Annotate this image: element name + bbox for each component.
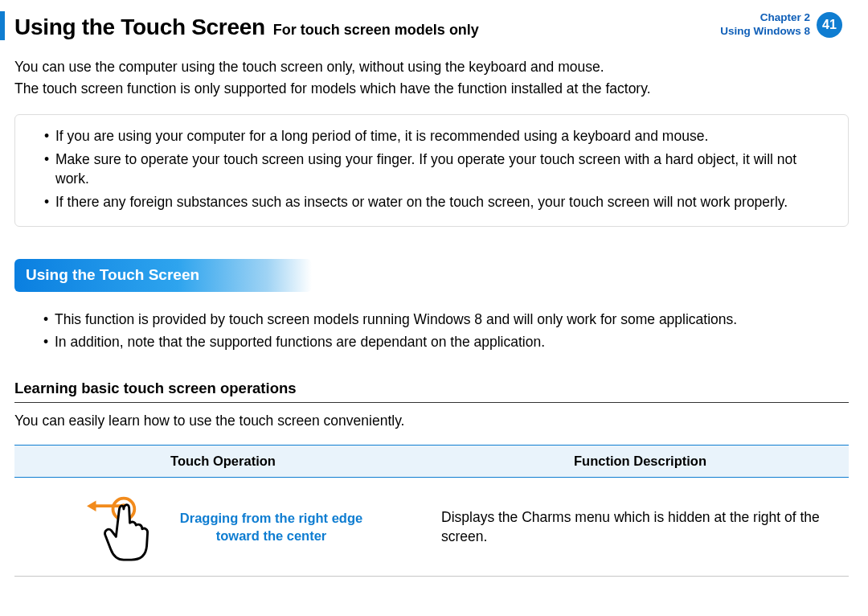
section-bullet: In addition, note that the supported fun… [43,332,849,352]
svg-marker-1 [87,501,96,511]
chapter-title: Using Windows 8 [720,25,810,39]
table-header-description: Function Description [432,446,849,478]
intro-text: You can use the computer using the touch… [14,57,849,98]
page-title-group: Using the Touch Screen For touch screen … [14,11,720,43]
note-box: If you are using your computer for a lon… [14,114,849,227]
note-item: If you are using your computer for a lon… [44,126,832,146]
note-item: If there any foreign substances such as … [44,192,832,212]
section-bullet: This function is provided by touch scree… [43,310,849,330]
op-label-line2: toward the center [180,527,362,544]
chapter-number: Chapter 2 [720,11,810,25]
cell-touch-operation: Dragging from the right edge toward the … [14,478,432,577]
table-row: Dragging from the right edge toward the … [14,478,849,577]
page-title: Using the Touch Screen [14,11,265,43]
note-item: Make sure to operate your touch screen u… [44,150,832,189]
header-accent-bar [0,11,5,40]
subsection-heading: Learning basic touch screen operations [14,378,849,403]
touch-operations-table: Touch Operation Function Description [14,445,849,577]
page-number-badge: 41 [817,12,842,38]
chapter-info: Chapter 2 Using Windows 8 41 [720,11,849,39]
drag-left-gesture-icon [84,492,161,561]
touch-operation-label: Dragging from the right edge toward the … [180,509,362,545]
intro-line-1: You can use the computer using the touch… [14,57,849,77]
section-bullets: This function is provided by touch scree… [14,310,849,352]
cell-function-description: Displays the Charms menu which is hidden… [432,478,849,577]
op-label-line1: Dragging from the right edge [180,509,362,527]
section-heading: Using the Touch Screen [14,259,312,292]
page-subtitle: For touch screen models only [273,20,479,40]
intro-line-2: The touch screen function is only suppor… [14,79,849,99]
page-header: Using the Touch Screen For touch screen … [0,0,868,57]
table-header-operation: Touch Operation [14,446,432,478]
page-content: You can use the computer using the touch… [0,57,868,577]
subsection-desc: You can easily learn how to use the touc… [14,411,849,431]
